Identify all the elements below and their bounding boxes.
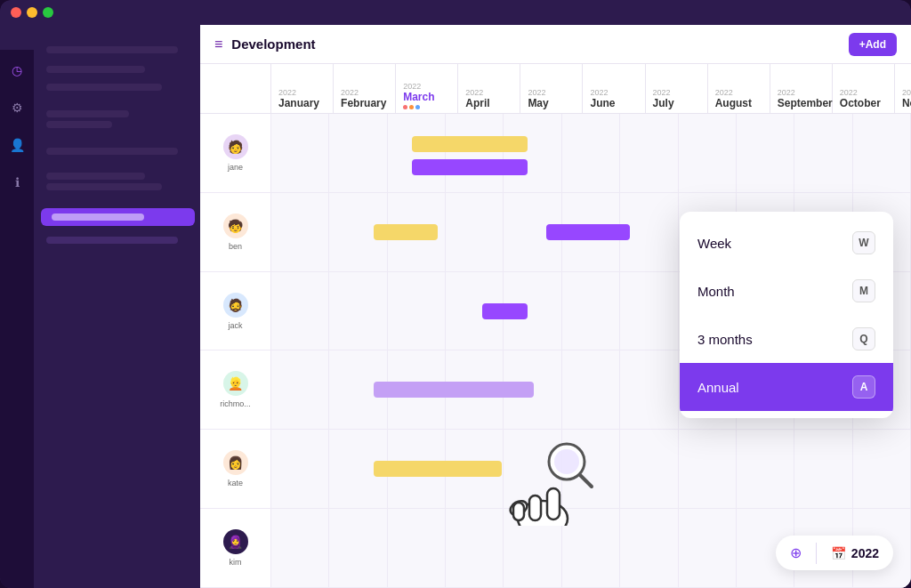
month-name: January — [278, 97, 333, 109]
sidebar-placeholder-8 — [46, 183, 162, 190]
gantt-bar — [374, 461, 502, 477]
person-name: ben — [229, 242, 242, 251]
timeline-months: 2022January2022February2022March2022Apri… — [271, 64, 911, 113]
person-name: kim — [230, 558, 242, 567]
keyboard-shortcut-badge: Q — [852, 327, 875, 350]
minimize-button[interactable] — [27, 7, 37, 18]
month-name: August — [715, 97, 770, 109]
grid-lines — [271, 430, 911, 508]
content-header: ≡ Development +Add — [200, 25, 911, 64]
month-year: 2022 — [778, 88, 832, 97]
row-label: 🧕kim — [200, 509, 271, 587]
sidebar-placeholder-4 — [46, 110, 129, 117]
month-name: October — [840, 97, 894, 109]
dropdown-item-label: Month — [697, 284, 735, 299]
row-label: 👩kate — [200, 430, 271, 508]
month-year: 2022 — [341, 88, 395, 97]
month-col-june: 2022June — [583, 64, 645, 113]
month-year: 2022 — [403, 82, 457, 91]
people-icon[interactable]: 👤 — [7, 135, 27, 155]
row-label: 🧑jane — [200, 114, 271, 192]
month-dots — [403, 105, 457, 109]
dropdown-item-label: Annual — [697, 380, 739, 395]
avatar: 🧔 — [223, 293, 248, 318]
maximize-button[interactable] — [43, 7, 53, 18]
month-col-august: 2022August — [708, 64, 770, 113]
calendar-icon: 📅 — [831, 546, 846, 560]
zoom-button[interactable]: ⊕ — [776, 536, 816, 570]
sidebar-item-active[interactable] — [41, 208, 195, 226]
month-name: May — [528, 97, 582, 109]
app-window: ◷ ⚙ 👤 ℹ — [0, 0, 911, 588]
avatar: 🧕 — [223, 529, 248, 554]
month-col-september: 2022September — [770, 64, 833, 113]
sidebar: ◷ ⚙ 👤 ℹ — [0, 25, 200, 588]
dropdown-item-3-months[interactable]: 3 monthsQ — [680, 315, 893, 363]
keyboard-shortcut-badge: A — [852, 375, 875, 399]
sidebar-content — [36, 36, 200, 577]
dropdown-item-label: 3 months — [697, 332, 753, 347]
month-year: 2022 — [528, 88, 582, 97]
page-title: Development — [231, 36, 839, 52]
keyboard-shortcut-badge: W — [852, 231, 875, 254]
sidebar-placeholder-6 — [46, 148, 178, 155]
info-icon[interactable]: ℹ — [7, 173, 27, 192]
keyboard-shortcut-badge: M — [852, 279, 875, 302]
row-label: 👱richmo... — [200, 350, 271, 429]
close-button[interactable] — [11, 7, 21, 18]
main-layout: ◷ ⚙ 👤 ℹ — [0, 25, 911, 588]
month-name: July — [653, 97, 707, 109]
zoom-icon: ⊕ — [790, 544, 802, 561]
main-content: ≡ Development +Add 2022January2022Februa… — [200, 25, 911, 588]
dropdown-item-week[interactable]: WeekW — [680, 219, 893, 267]
gantt-bar — [412, 136, 527, 152]
month-year: 2022 — [590, 88, 644, 97]
month-col-july: 2022July — [646, 64, 708, 113]
sidebar-placeholder-5 — [46, 121, 112, 128]
dropdown-item-label: Week — [697, 236, 731, 251]
gantt-bar — [374, 224, 438, 240]
row-content — [271, 430, 911, 508]
view-dropdown: WeekWMonthM3 monthsQAnnualA — [680, 212, 893, 418]
month-year: 2022 — [465, 88, 520, 97]
month-col-january: 2022January — [271, 64, 334, 113]
clock-icon[interactable]: ◷ — [7, 60, 27, 80]
month-name: June — [590, 97, 644, 109]
settings-icon[interactable]: ⚙ — [7, 98, 27, 117]
grid-lines — [271, 114, 911, 192]
row-label: 🧒ben — [200, 193, 271, 271]
month-year: 2022 — [278, 88, 333, 97]
avatar: 🧒 — [223, 213, 248, 238]
month-col-february: 2022February — [334, 64, 396, 113]
gantt-bar — [546, 224, 629, 240]
person-name: kate — [228, 479, 243, 487]
sidebar-placeholder-3 — [46, 84, 162, 91]
month-name: April — [465, 97, 520, 109]
dropdown-item-month[interactable]: MonthM — [680, 267, 893, 315]
gantt-row: 👩kate — [200, 430, 911, 509]
month-col-novem...: 2022Novem... — [895, 64, 911, 113]
month-name: Novem... — [902, 97, 911, 109]
month-col-april: 2022April — [458, 64, 520, 113]
sidebar-placeholder-2 — [46, 66, 145, 73]
month-year: 2022 — [840, 88, 894, 97]
menu-icon: ≡ — [214, 36, 222, 52]
dropdown-item-annual[interactable]: AnnualA — [680, 363, 893, 411]
sidebar-placeholder-9 — [46, 237, 178, 244]
person-name: jack — [228, 321, 242, 330]
gantt-bar — [374, 382, 534, 398]
month-col-march: 2022March — [396, 64, 458, 113]
gantt-bar — [482, 303, 527, 319]
row-label: 🧔jack — [200, 272, 271, 350]
sidebar-placeholder-7 — [46, 173, 145, 180]
month-year: 2022 — [715, 88, 770, 97]
year-display: 📅 2022 — [817, 537, 893, 569]
month-col-october: 2022October — [833, 64, 895, 113]
bottom-toolbar: ⊕ 📅 2022 — [776, 536, 893, 570]
person-name: richmo... — [220, 399, 251, 408]
avatar: 👱 — [223, 371, 248, 396]
icon-strip: ◷ ⚙ 👤 ℹ — [0, 50, 34, 588]
avatar: 🧑 — [223, 134, 248, 159]
avatar: 👩 — [223, 450, 248, 475]
add-button[interactable]: +Add — [849, 33, 897, 56]
